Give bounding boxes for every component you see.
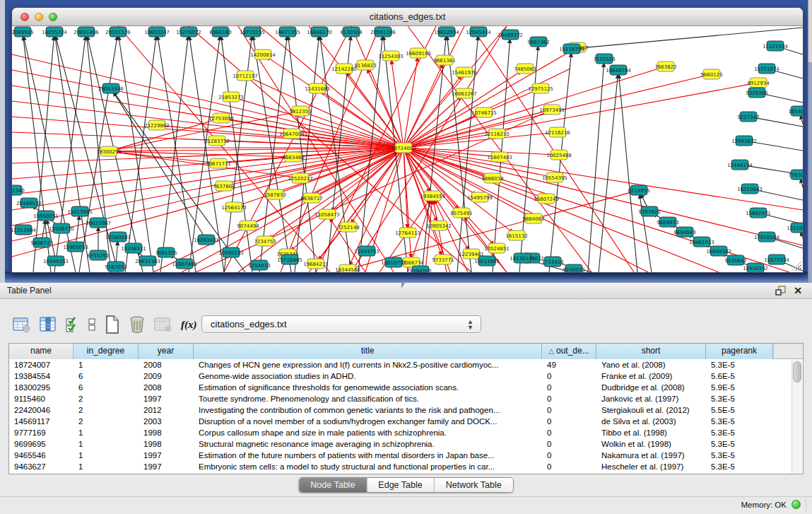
cell-title[interactable]: Changes of HCN gene expression and I(f) … — [194, 359, 542, 370]
tab-edge-table[interactable]: Edge Table — [367, 478, 434, 492]
delete-table-button[interactable] — [154, 316, 172, 333]
network-node[interactable]: 12142280 — [331, 64, 357, 74]
function-builder-button[interactable]: f(x) — [181, 319, 197, 331]
cell-title[interactable]: Embryonic stem cells: a model to study s… — [194, 461, 542, 472]
network-edge[interactable] — [801, 119, 803, 124]
network-node[interactable]: 14055724 — [42, 27, 67, 37]
cell-title[interactable]: Tourette syndrome. Phenomenology and cla… — [194, 393, 542, 404]
network-node[interactable]: 20691406 — [73, 27, 99, 37]
network-node[interactable]: 16609103 — [406, 48, 431, 58]
network-node[interactable]: 10461013 — [689, 237, 714, 247]
network-node[interactable]: 7763051 — [788, 170, 803, 180]
cell-short[interactable]: de Silva et al. (2003) — [596, 416, 706, 427]
network-node[interactable]: 20591106 — [370, 27, 396, 37]
network-node[interactable]: 16344560 — [335, 264, 360, 272]
network-node[interactable]: 11058473 — [314, 209, 340, 219]
cell-short[interactable]: Dudbridge et al. (2008) — [596, 382, 706, 393]
network-node[interactable]: 8755261 — [87, 250, 109, 260]
column-header-year[interactable]: year — [139, 344, 194, 359]
cell-pagerank[interactable]: 5.5E-5 — [706, 404, 773, 416]
cell-out_de[interactable]: 0 — [542, 450, 596, 461]
cell-year[interactable]: 2003 — [139, 416, 194, 427]
create-column-button[interactable] — [105, 315, 120, 334]
network-edge[interactable] — [775, 240, 803, 248]
network-node[interactable]: 1733426 — [541, 257, 564, 267]
network-node[interactable]: 10590103 — [218, 247, 244, 257]
cell-name[interactable]: 9465546 — [9, 450, 73, 461]
column-header-in_degree[interactable]: in_degree — [73, 344, 139, 359]
network-node[interactable]: 9812355 — [289, 106, 311, 116]
network-edge[interactable] — [25, 40, 76, 272]
cell-title[interactable]: Estimation of significance thresholds fo… — [194, 382, 542, 393]
network-node[interactable]: 12045414 — [466, 27, 491, 37]
table-row[interactable]: 977716911998Corpus callosum shape and si… — [9, 427, 803, 438]
network-node[interactable]: 7663822 — [654, 62, 676, 71]
network-edge[interactable] — [115, 95, 206, 240]
network-node[interactable]: 7637804 — [213, 181, 235, 191]
network-node[interactable]: 19684211 — [303, 259, 329, 269]
cell-pagerank[interactable]: 5.3E-5 — [706, 461, 773, 472]
network-node[interactable]: 10340353 — [43, 256, 69, 266]
cell-year[interactable]: 2009 — [139, 370, 194, 382]
network-node[interactable]: 12506770 — [49, 223, 74, 233]
cell-in_degree[interactable]: 6 — [73, 382, 139, 393]
network-edge[interactable] — [775, 71, 803, 78]
cell-title[interactable]: Disruption of a novel member of a sodium… — [194, 416, 542, 427]
column-visibility-button[interactable] — [40, 316, 57, 333]
network-node[interactable]: 14671355 — [275, 27, 300, 37]
cell-year[interactable]: 2008 — [139, 359, 194, 370]
network-node[interactable]: 13524851 — [484, 243, 510, 253]
cell-pagerank[interactable]: 5.3E-5 — [706, 393, 773, 404]
cell-short[interactable]: Hescheler et al. (1997) — [596, 461, 706, 472]
network-edge[interactable] — [801, 183, 803, 187]
table-row[interactable]: 2242004622012Investigating the contribut… — [9, 404, 803, 416]
network-node[interactable]: 11313404 — [12, 225, 36, 235]
network-node[interactable]: 9733771 — [432, 255, 454, 264]
cell-short[interactable]: Wolkin et al. (1998) — [596, 438, 706, 450]
network-node[interactable]: 9794203 — [409, 266, 431, 272]
table-row[interactable]: 1456911722003Disruption of a novel membe… — [9, 416, 803, 427]
cell-year[interactable]: 1997 — [139, 393, 194, 404]
cell-pagerank[interactable]: 5.3E-5 — [706, 416, 773, 427]
cell-in_degree[interactable]: 1 — [73, 438, 139, 450]
network-node[interactable]: 9861362 — [527, 37, 549, 47]
close-panel-icon[interactable]: ✕ — [794, 285, 802, 296]
cell-out_de[interactable]: 0 — [542, 370, 596, 382]
network-node[interactable]: 20531176 — [105, 27, 131, 37]
table-mode-button[interactable] — [13, 316, 31, 333]
cell-in_degree[interactable]: 1 — [73, 427, 139, 438]
cell-name[interactable]: 22420046 — [9, 404, 73, 416]
network-node[interactable]: 10712197 — [233, 71, 258, 81]
network-node[interactable]: 15276072 — [176, 27, 201, 37]
network-node[interactable]: 17016504 — [754, 232, 779, 242]
cell-short[interactable]: Franke et al. (2009) — [596, 370, 706, 382]
network-node[interactable]: 15336511 — [121, 243, 146, 253]
cell-in_degree[interactable]: 6 — [73, 370, 139, 382]
cell-pagerank[interactable]: 5.6E-5 — [706, 370, 773, 382]
table-row[interactable]: 969969511998Structural magnetic resonanc… — [9, 438, 803, 450]
cell-name[interactable]: 9463627 — [9, 461, 73, 472]
network-node[interactable]: 19612934 — [434, 27, 459, 37]
cell-name[interactable]: 18724007 — [9, 359, 73, 370]
cell-out_de[interactable]: 0 — [542, 382, 596, 393]
cell-in_degree[interactable]: 1 — [73, 461, 139, 472]
cell-short[interactable]: Nakamura et al. (1997) — [596, 450, 706, 461]
window-titlebar[interactable]: citations_edges.txt — [12, 8, 803, 26]
network-node[interactable]: 8663460 — [282, 152, 304, 162]
cell-out_de[interactable]: 0 — [542, 404, 596, 416]
network-node[interactable]: 10653247 — [144, 27, 170, 37]
network-node[interactable]: 16210643 — [737, 184, 763, 194]
network-node[interactable]: 15692971 — [746, 208, 771, 218]
network-node[interactable]: 7691355 — [155, 247, 177, 257]
network-node[interactable]: 7252148 — [337, 222, 359, 232]
network-node[interactable]: 9245033 — [563, 264, 584, 272]
table-row[interactable]: 911546021997Tourette syndrome. Phenomeno… — [9, 393, 803, 404]
window-resize-grip[interactable] — [792, 261, 801, 271]
table-selector-dropdown[interactable]: citations_edges.txt ▲▼ — [201, 315, 481, 333]
cell-in_degree[interactable]: 2 — [73, 404, 139, 416]
cell-short[interactable]: Jankovic et al. (1997) — [596, 393, 706, 404]
cell-in_degree[interactable]: 1 — [73, 450, 139, 461]
cell-pagerank[interactable]: 5.3E-5 — [706, 427, 773, 438]
network-node[interactable]: 1654021 — [788, 106, 803, 116]
tab-node-table[interactable]: Node Table — [299, 478, 367, 492]
